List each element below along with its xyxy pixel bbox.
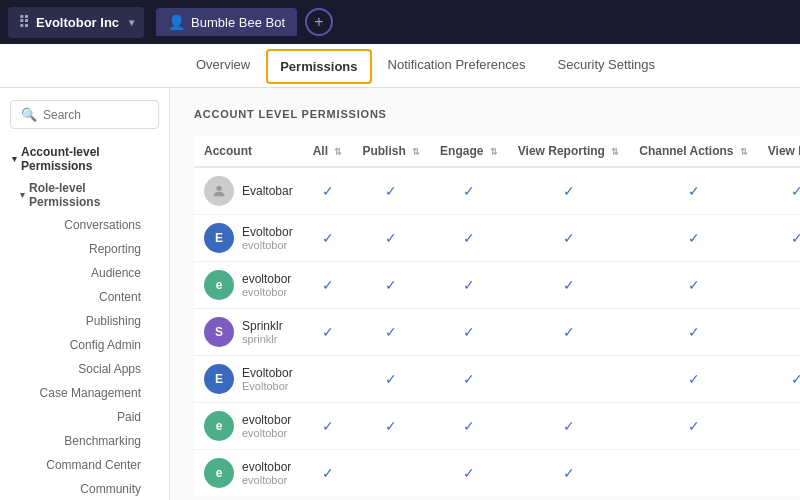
check-icon: ✓ xyxy=(385,230,397,246)
cell-publish: ✓ xyxy=(352,167,430,215)
role-level-section[interactable]: ▾ Role-level Permissions xyxy=(0,177,169,213)
cell-publish: ✓ xyxy=(352,215,430,262)
check-icon: ✓ xyxy=(463,183,475,199)
cell-publish: ✓ xyxy=(352,356,430,403)
check-icon: ✓ xyxy=(463,277,475,293)
tab-permissions[interactable]: Permissions xyxy=(266,49,371,84)
check-icon: ✓ xyxy=(385,418,397,434)
avatar: e xyxy=(204,458,234,488)
check-icon: ✓ xyxy=(688,371,700,387)
sort-icon: ⇅ xyxy=(740,147,748,157)
cell-reporting: ✓ xyxy=(508,403,629,450)
cell-engage: ✓ xyxy=(430,309,508,356)
cell-publish: ✓ xyxy=(352,403,430,450)
check-icon: ✓ xyxy=(563,324,575,340)
sidebar-item-community[interactable]: Community xyxy=(0,477,169,500)
search-icon: 🔍 xyxy=(21,107,37,122)
cell-viewplan: ✓ xyxy=(758,215,800,262)
cell-engage: ✓ xyxy=(430,167,508,215)
cell-publish: ✓ xyxy=(352,262,430,309)
cell-viewplan: ✓ xyxy=(758,167,800,215)
cell-engage: ✓ xyxy=(430,262,508,309)
check-icon: ✓ xyxy=(791,371,800,387)
check-icon: ✓ xyxy=(563,230,575,246)
check-icon: ✓ xyxy=(688,230,700,246)
bot-icon: 👤 xyxy=(168,14,185,30)
check-icon: ✓ xyxy=(688,324,700,340)
search-box[interactable]: 🔍 xyxy=(10,100,159,129)
check-icon: ✓ xyxy=(322,230,334,246)
check-icon: ✓ xyxy=(322,324,334,340)
col-header-all[interactable]: All ⇅ xyxy=(303,136,353,167)
search-input[interactable] xyxy=(43,108,148,122)
table-row: EEvoltoborEvoltobor✓✓✓✓ xyxy=(194,356,800,403)
col-header-account: Account xyxy=(194,136,303,167)
cell-all: ✓ xyxy=(303,403,353,450)
cell-all: ✓ xyxy=(303,167,353,215)
col-header-viewplan[interactable]: View Pla... xyxy=(758,136,800,167)
check-icon: ✓ xyxy=(563,183,575,199)
chevron-down-icon: ▾ xyxy=(12,154,17,164)
account-name: Evoltobor xyxy=(242,366,293,380)
sidebar-item-case-management[interactable]: Case Management xyxy=(0,381,169,405)
sidebar-item-social-apps[interactable]: Social Apps xyxy=(0,357,169,381)
col-header-publish[interactable]: Publish ⇅ xyxy=(352,136,430,167)
table-row: SSprinklrsprinklr✓✓✓✓✓ xyxy=(194,309,800,356)
sidebar-item-content[interactable]: Content xyxy=(0,285,169,309)
plus-icon: + xyxy=(314,13,323,31)
account-name: Sprinklr xyxy=(242,319,283,333)
account-name: evoltobor xyxy=(242,460,291,474)
check-icon: ✓ xyxy=(385,371,397,387)
cell-reporting: ✓ xyxy=(508,262,629,309)
cell-reporting xyxy=(508,356,629,403)
sidebar-item-command-center[interactable]: Command Center xyxy=(0,453,169,477)
sort-icon: ⇅ xyxy=(334,147,342,157)
cell-engage: ✓ xyxy=(430,450,508,497)
check-icon: ✓ xyxy=(688,183,700,199)
account-sub: sprinklr xyxy=(242,333,283,345)
col-header-reporting[interactable]: View Reporting ⇅ xyxy=(508,136,629,167)
account-name: Evaltobar xyxy=(242,184,293,198)
avatar: e xyxy=(204,270,234,300)
account-name: Evoltobor xyxy=(242,225,293,239)
content-area: ACCOUNT LEVEL PERMISSIONS Account All ⇅ … xyxy=(170,88,800,500)
add-tab-button[interactable]: + xyxy=(305,8,333,36)
sidebar-item-conversations[interactable]: Conversations xyxy=(0,213,169,237)
col-header-channel[interactable]: Channel Actions ⇅ xyxy=(629,136,758,167)
table-row: Evaltobar✓✓✓✓✓✓ xyxy=(194,167,800,215)
col-header-engage[interactable]: Engage ⇅ xyxy=(430,136,508,167)
check-icon: ✓ xyxy=(322,277,334,293)
cell-reporting: ✓ xyxy=(508,167,629,215)
account-sub: Evoltobor xyxy=(242,380,293,392)
cell-channel: ✓ xyxy=(629,403,758,450)
sidebar-item-audience[interactable]: Audience xyxy=(0,261,169,285)
check-icon: ✓ xyxy=(322,183,334,199)
check-icon: ✓ xyxy=(688,418,700,434)
chevron-down-icon: ▾ xyxy=(20,190,25,200)
cell-reporting: ✓ xyxy=(508,309,629,356)
sidebar-item-config-admin[interactable]: Config Admin xyxy=(0,333,169,357)
check-icon: ✓ xyxy=(563,418,575,434)
table-row: eevoltoborevoltobor✓✓✓ xyxy=(194,450,800,497)
account-sub: evoltobor xyxy=(242,239,293,251)
check-icon: ✓ xyxy=(688,277,700,293)
sidebar-item-benchmarking[interactable]: Benchmarking xyxy=(0,429,169,453)
cell-engage: ✓ xyxy=(430,215,508,262)
org-selector[interactable]: ⠿ Evoltobor Inc ▾ xyxy=(8,7,144,38)
account-level-section[interactable]: ▾ Account-level Permissions xyxy=(0,141,169,177)
tab-overview[interactable]: Overview xyxy=(180,45,266,86)
bot-tab[interactable]: 👤 Bumble Bee Bot xyxy=(156,8,297,36)
cell-channel xyxy=(629,450,758,497)
check-icon: ✓ xyxy=(385,183,397,199)
avatar: S xyxy=(204,317,234,347)
cell-channel: ✓ xyxy=(629,262,758,309)
tab-notifications[interactable]: Notification Preferences xyxy=(372,45,542,86)
sidebar: 🔍 ▾ Account-level Permissions ▾ Role-lev… xyxy=(0,88,170,500)
avatar: e xyxy=(204,411,234,441)
sidebar-item-publishing[interactable]: Publishing xyxy=(0,309,169,333)
sidebar-item-paid[interactable]: Paid xyxy=(0,405,169,429)
cell-channel: ✓ xyxy=(629,215,758,262)
check-icon: ✓ xyxy=(463,465,475,481)
tab-security[interactable]: Security Settings xyxy=(542,45,672,86)
sidebar-item-reporting[interactable]: Reporting xyxy=(0,237,169,261)
